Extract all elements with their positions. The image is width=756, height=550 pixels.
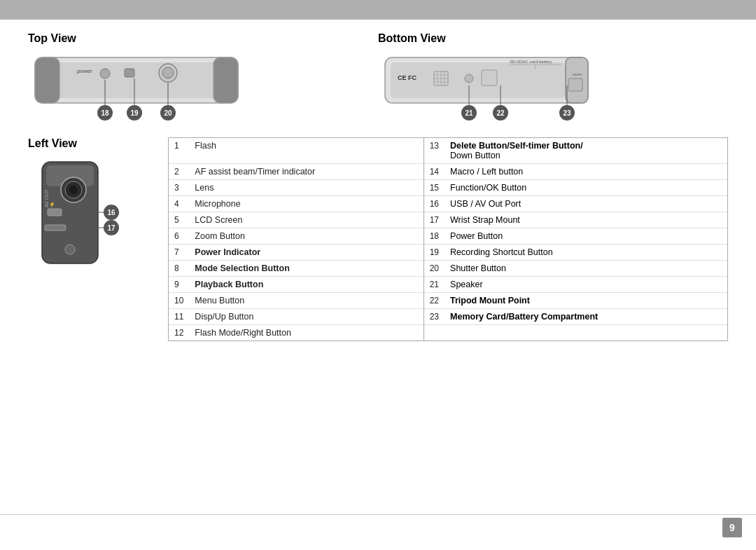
svg-point-4	[100, 69, 110, 78]
item-number-left: 4	[169, 196, 189, 212]
svg-text:22: 22	[496, 109, 505, 117]
left-view-title: Left View	[28, 137, 168, 150]
item-number-right: 23	[424, 309, 444, 325]
svg-rect-19	[391, 62, 566, 98]
svg-text:CE FC: CE FC	[398, 74, 417, 81]
item-number-right: 19	[424, 245, 444, 261]
svg-text:SD·SDHC card·battery: SD·SDHC card·battery	[510, 60, 552, 64]
item-label-left: Playback Button	[189, 277, 424, 293]
table-row: 4Microphone16USB / AV Out Port	[169, 196, 727, 212]
svg-text:20: 20	[164, 109, 172, 117]
item-number-right: 14	[424, 164, 444, 180]
left-view-area: Left View AV OUT ⚡	[28, 137, 168, 341]
svg-text:19: 19	[130, 109, 139, 117]
item-label-left: Disp/Up Button	[189, 309, 424, 325]
svg-text:power: power	[77, 68, 92, 74]
top-camera-diagram: power 18 19	[28, 50, 259, 128]
item-label-right: Memory Card/Battery Compartment	[444, 309, 727, 325]
item-label-right: Power Button	[444, 228, 727, 245]
svg-text:16: 16	[107, 209, 115, 216]
svg-rect-29	[482, 70, 497, 85]
item-number-right: 22	[424, 293, 444, 309]
item-number-left: 10	[169, 293, 189, 309]
svg-rect-1	[41, 62, 232, 98]
item-label-right: Recording Shortcut Button	[444, 245, 727, 261]
top-view-area: Top View power	[28, 32, 378, 128]
item-label-right: Speaker	[444, 277, 727, 293]
item-number-left: 12	[169, 325, 189, 341]
item-label-left: Zoom Button	[189, 228, 424, 245]
top-view-title: Top View	[28, 32, 378, 45]
item-number-right: 13	[424, 138, 444, 164]
svg-text:23: 23	[563, 109, 571, 117]
item-number-left: 7	[169, 245, 189, 261]
svg-rect-5	[125, 69, 134, 77]
item-number-left: 3	[169, 180, 189, 196]
item-label-left: Flash	[189, 138, 424, 164]
item-label-left: Microphone	[189, 196, 424, 212]
item-label-right: Tripod Mount Point	[444, 293, 727, 309]
item-number-right: 17	[424, 212, 444, 228]
item-label-left: Mode Selection Button	[189, 261, 424, 277]
svg-rect-8	[214, 57, 238, 103]
svg-rect-49	[48, 209, 62, 216]
item-number-left: 5	[169, 212, 189, 228]
main-area: Left View AV OUT ⚡	[28, 137, 728, 341]
item-label-left: Flash Mode/Right Button	[189, 325, 424, 341]
item-number-left: 2	[169, 164, 189, 180]
item-label-left: Lens	[189, 180, 424, 196]
views-section: Top View power	[28, 32, 728, 128]
bottom-divider	[0, 514, 756, 516]
item-label-right: USB / AV Out Port	[444, 196, 727, 212]
item-number-left: 8	[169, 261, 189, 277]
item-label-left: AF assist beam/Timer indicator	[189, 164, 424, 180]
table-row: 7Power Indicator19Recording Shortcut But…	[169, 245, 727, 261]
table-row: 2AF assist beam/Timer indicator14Macro /…	[169, 164, 727, 180]
item-label-right: Shutter Button	[444, 261, 727, 277]
bottom-view-title: Bottom View	[378, 32, 728, 45]
item-label-right: Delete Button/Self-timer Button/Down But…	[444, 138, 727, 164]
table-row: 12Flash Mode/Right Button	[169, 325, 727, 341]
svg-rect-50	[45, 225, 66, 231]
svg-text:AV OUT: AV OUT	[44, 189, 49, 207]
item-number-left: 1	[169, 138, 189, 164]
svg-text:17: 17	[107, 224, 115, 232]
table-row: 3Lens15Function/OK Button	[169, 180, 727, 196]
item-number-right: 20	[424, 261, 444, 277]
table-row: 8Mode Selection Button20Shutter Button	[169, 261, 727, 277]
top-bar	[0, 0, 756, 20]
features-table: 1Flash13Delete Button/Self-timer Button/…	[168, 137, 728, 341]
bottom-camera-diagram: CE FC SD·SDHC card·battery	[378, 50, 609, 128]
svg-text:18: 18	[101, 109, 109, 117]
svg-text:21: 21	[465, 109, 473, 117]
item-label-left: LCD Screen	[189, 212, 424, 228]
item-number-left: 9	[169, 277, 189, 293]
table-row: 11Disp/Up Button23Memory Card/Battery Co…	[169, 309, 727, 325]
left-camera-diagram: AV OUT ⚡ 16 17	[28, 158, 154, 270]
table-row: 1Flash13Delete Button/Self-timer Button/…	[169, 138, 727, 164]
item-number-left: 6	[169, 228, 189, 245]
item-number-right: 16	[424, 196, 444, 212]
svg-point-28	[465, 74, 473, 83]
table-row: 6Zoom Button18Power Button	[169, 228, 727, 245]
item-number-right: 15	[424, 180, 444, 196]
table-row: 9Playback Button21Speaker	[169, 277, 727, 293]
table-row: 5LCD Screen17Wrist Strap Mount	[169, 212, 727, 228]
svg-rect-2	[35, 57, 59, 103]
table-row: 10Menu Button22Tripod Mount Point	[169, 293, 727, 309]
item-number-left: 11	[169, 309, 189, 325]
svg-text:open: open	[573, 72, 582, 76]
bottom-view-area: Bottom View CE FC	[378, 32, 728, 128]
item-label-right: Function/OK Button	[444, 180, 727, 196]
svg-point-51	[65, 245, 75, 254]
item-label-right: Macro / Left button	[444, 164, 727, 180]
item-label-right: Wrist Strap Mount	[444, 212, 727, 228]
page-number: 9	[722, 518, 742, 537]
item-label-left: Menu Button	[189, 293, 424, 309]
svg-point-54	[69, 186, 78, 194]
item-label-left: Power Indicator	[189, 245, 424, 261]
svg-text:⚡: ⚡	[49, 201, 55, 207]
svg-rect-35	[568, 78, 582, 91]
svg-point-7	[162, 67, 174, 78]
item-number-right: 21	[424, 277, 444, 293]
